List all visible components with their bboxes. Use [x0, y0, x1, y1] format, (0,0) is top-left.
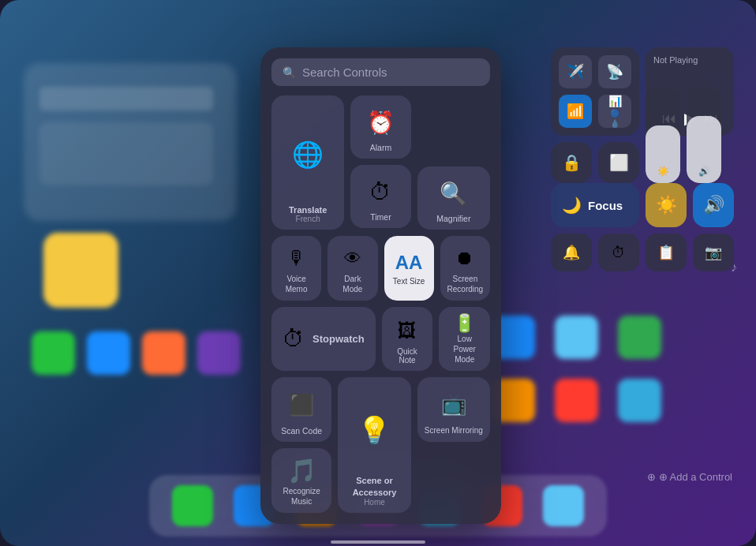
alarm-icon: ⏰: [367, 110, 395, 136]
voice-memo-tile[interactable]: 🎙 Voice Memo: [271, 236, 321, 301]
low-power-icon: 🔋: [454, 313, 475, 334]
recognize-music-tile[interactable]: 🎵 Recognize Music: [271, 448, 331, 513]
screen-mirroring-label: Screen Mirroring: [425, 425, 483, 436]
recognize-music-label: Recognize Music: [278, 486, 325, 507]
stopwatch-label: Stopwatch: [313, 333, 365, 345]
scan-code-icon: ⬛: [289, 393, 314, 417]
search-placeholder: Search Controls: [302, 65, 387, 79]
screen-recording-tile[interactable]: ⏺ Screen Recording: [440, 236, 490, 301]
voice-memo-label: Voice Memo: [278, 274, 315, 294]
translate-tile[interactable]: 🌐 Translate French: [271, 95, 344, 230]
alarm-tile[interactable]: ⏰ Alarm: [350, 95, 410, 159]
control-center-panel: ✈️ 📡 📶 📊 🔵 💧 Not Playing ⏮ ▶ ⏭: [551, 47, 734, 271]
row-3: ⏱ Stopwatch 🖼 Quick Note 🔋 Low Power Mod: [271, 307, 490, 371]
search-bar[interactable]: 🔍 Search Controls: [271, 58, 490, 86]
magnifier-icon: 🔍: [440, 181, 467, 207]
timer-btn[interactable]: ⏱: [598, 234, 639, 271]
stopwatch-tile[interactable]: ⏱ Stopwatch: [271, 307, 376, 371]
focus-label: Focus: [588, 199, 623, 212]
timer-icon: ⏱: [369, 179, 391, 205]
brightness-slider[interactable]: ☀️: [646, 87, 680, 183]
voice-memo-icon: 🎙: [287, 247, 306, 269]
screen-recording-icon: ⏺: [455, 247, 474, 269]
bell-btn[interactable]: 🔔: [551, 234, 592, 271]
dark-mode-tile[interactable]: 👁 Dark Mode: [327, 236, 377, 301]
dark-mode-label: Dark Mode: [334, 274, 371, 294]
connectivity-tile[interactable]: ✈️ 📡 📶 📊 🔵 💧: [551, 47, 639, 136]
timer-tile[interactable]: ⏱ Timer: [350, 165, 410, 228]
quick-note-icon: 🖼: [398, 320, 417, 342]
scene-accessory-sub: Home: [364, 498, 385, 507]
bluetooth-btn[interactable]: 📊 🔵 💧: [598, 95, 631, 128]
stopwatch-icon: ⏱: [283, 326, 305, 352]
translate-sublabel: French: [296, 215, 320, 223]
volume-btn[interactable]: 🔊: [693, 183, 734, 227]
low-power-label: Low Power Mode: [445, 334, 484, 365]
notes-btn[interactable]: 📋: [646, 234, 687, 271]
add-control-label: ⊕ Add a Control: [659, 471, 732, 483]
dock-app-photos: [543, 485, 584, 526]
music-note-icon: ♪: [731, 260, 737, 275]
quick-note-label: Quick Note: [388, 347, 427, 365]
translate-icon: 🌐: [292, 140, 324, 170]
scene-accessory-icon: 💡: [357, 414, 391, 446]
wifi-btn[interactable]: 📶: [559, 95, 592, 128]
magnifier-tile[interactable]: 🔍 Magnifier: [417, 166, 490, 230]
alarm-label: Alarm: [370, 143, 391, 152]
row-4: ⬛ Scan Code 🎵 Recognize Music 💡: [271, 377, 490, 513]
focus-tile[interactable]: 🌙 Focus: [551, 183, 639, 227]
row-1: 🌐 Translate French ⏰ Alarm ⏱: [271, 95, 490, 230]
scan-code-label: Scan Code: [281, 426, 322, 436]
text-size-aa: AA: [395, 252, 423, 274]
ipad-background: ✈️ 📡 📶 📊 🔵 💧 Not Playing ⏮ ▶ ⏭: [0, 0, 756, 546]
screen-mirror-btn[interactable]: ⬜: [598, 142, 639, 183]
media-not-playing: Not Playing: [653, 55, 726, 65]
scene-accessory-tile[interactable]: 💡 Scene or Accessory Home: [338, 377, 410, 513]
magnifier-label: Magnifier: [436, 214, 470, 223]
timer-label: Timer: [370, 212, 391, 222]
controls-grid: 🌐 Translate French ⏰ Alarm ⏱: [271, 95, 490, 513]
sun-btn[interactable]: ☀️: [646, 183, 687, 227]
translate-label: Translate: [289, 205, 327, 215]
airplane-mode-btn[interactable]: ✈️: [559, 55, 592, 88]
plus-icon: ⊕: [647, 471, 656, 483]
text-size-label: Text Size: [393, 277, 425, 286]
moon-icon: 🌙: [562, 196, 582, 215]
orientation-lock-btn[interactable]: 🔒: [551, 142, 592, 183]
search-icon: 🔍: [283, 66, 296, 79]
quick-note-tile[interactable]: 🖼 Quick Note: [382, 307, 433, 371]
row-2: 🎙 Voice Memo 👁 Dark Mode AA Text Size: [271, 236, 490, 301]
scan-code-tile[interactable]: ⬛ Scan Code: [271, 377, 331, 442]
volume-slider[interactable]: 🔊: [687, 87, 721, 183]
recognize-music-icon: 🎵: [287, 457, 316, 484]
home-indicator: [331, 540, 425, 544]
add-control-btn[interactable]: ⊕ ⊕ Add a Control: [647, 471, 732, 483]
low-power-tile[interactable]: 🔋 Low Power Mode: [439, 307, 490, 371]
dock-app-messages: [172, 485, 213, 526]
scene-accessory-label: Scene or Accessory: [344, 475, 404, 498]
screen-recording-label: Screen Recording: [447, 274, 484, 294]
dark-mode-icon: 👁: [344, 247, 361, 269]
airdrop-btn[interactable]: 📡: [598, 55, 631, 88]
screen-mirroring-tile[interactable]: 📺 Screen Mirroring: [417, 377, 490, 442]
text-size-tile[interactable]: AA Text Size: [384, 236, 434, 301]
screen-mirroring-icon: 📺: [441, 392, 466, 417]
search-controls-panel: 🔍 Search Controls 🌐 Translate French: [260, 47, 501, 524]
camera-btn[interactable]: 📷: [693, 234, 734, 271]
